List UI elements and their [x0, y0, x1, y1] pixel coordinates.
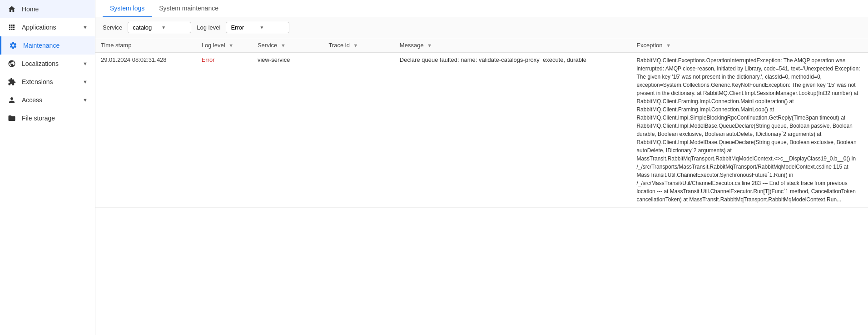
- sidebar-item-maintenance-label: Maintenance: [23, 42, 60, 49]
- sidebar-item-applications-label: Applications: [22, 24, 56, 31]
- service-filter-label: Service: [103, 24, 122, 31]
- gear-icon: [9, 41, 18, 50]
- logs-table-container: Time stamp Log level ▼ Service ▼ Trace i…: [95, 38, 868, 335]
- localizations-chevron-icon: ▼: [83, 61, 88, 66]
- sidebar: Home Applications ▼ Maintenance Localiza…: [0, 0, 95, 335]
- sidebar-item-applications[interactable]: Applications ▼: [0, 18, 95, 36]
- sidebar-item-localizations-label: Localizations: [22, 60, 59, 67]
- main-content: System logs System maintenance Service c…: [95, 0, 868, 335]
- puzzle-icon: [7, 77, 16, 86]
- sidebar-item-extensions[interactable]: Extensions ▼: [0, 73, 95, 91]
- message-col-filter-icon[interactable]: ▼: [427, 43, 432, 48]
- cell-exception: RabbitMQ.Client.Exceptions.OperationInte…: [631, 53, 868, 208]
- apps-icon: [7, 23, 16, 32]
- sidebar-item-home[interactable]: Home: [0, 0, 95, 18]
- exception-col-filter-icon[interactable]: ▼: [666, 43, 671, 48]
- sidebar-item-access-label: Access: [22, 96, 42, 104]
- cell-loglevel: Error: [196, 53, 252, 208]
- extensions-chevron-icon: ▼: [83, 79, 88, 85]
- sidebar-item-localizations[interactable]: Localizations ▼: [0, 55, 95, 73]
- service-filter-value: catalog: [133, 24, 158, 31]
- cell-timestamp: 29.01.2024 08:02:31.428: [95, 53, 196, 208]
- applications-chevron-icon: ▼: [83, 25, 88, 30]
- loglevel-filter-label: Log level: [197, 24, 220, 31]
- cell-traceid: [323, 53, 394, 208]
- sidebar-item-home-label: Home: [22, 5, 39, 13]
- home-icon: [7, 5, 16, 14]
- sidebar-item-extensions-label: Extensions: [22, 78, 53, 85]
- table-row: 29.01.2024 08:02:31.428Errorview-service…: [95, 53, 868, 208]
- cell-message: Declare queue faulted: name: validate-ca…: [394, 53, 631, 208]
- sidebar-item-file-storage-label: File storage: [22, 115, 55, 122]
- globe-icon: [7, 59, 16, 68]
- service-filter-select[interactable]: catalog ▼: [128, 22, 191, 33]
- traceid-col-filter-icon[interactable]: ▼: [353, 43, 358, 48]
- sidebar-item-maintenance[interactable]: Maintenance: [0, 36, 95, 55]
- tabs-bar: System logs System maintenance: [95, 0, 868, 17]
- col-exception: Exception ▼: [631, 38, 868, 53]
- access-chevron-icon: ▼: [83, 97, 88, 103]
- sidebar-item-access[interactable]: Access ▼: [0, 91, 95, 109]
- col-message: Message ▼: [394, 38, 631, 53]
- service-filter-chevron-icon: ▼: [161, 25, 186, 30]
- col-service: Service ▼: [252, 38, 323, 53]
- col-loglevel: Log level ▼: [196, 38, 252, 53]
- col-timestamp: Time stamp: [95, 38, 196, 53]
- folder-icon: [7, 114, 16, 123]
- logs-table: Time stamp Log level ▼ Service ▼ Trace i…: [95, 38, 868, 208]
- service-col-filter-icon[interactable]: ▼: [281, 43, 286, 48]
- loglevel-filter-chevron-icon: ▼: [259, 25, 284, 30]
- loglevel-col-filter-icon[interactable]: ▼: [228, 43, 233, 48]
- cell-service: view-service: [252, 53, 323, 208]
- tab-system-logs[interactable]: System logs: [103, 0, 152, 17]
- sidebar-item-file-storage[interactable]: File storage: [0, 109, 95, 127]
- person-icon: [7, 95, 16, 105]
- tab-system-maintenance[interactable]: System maintenance: [152, 0, 226, 17]
- loglevel-filter-value: Error: [231, 24, 256, 31]
- filters-bar: Service catalog ▼ Log level Error ▼: [95, 17, 868, 38]
- loglevel-filter-select[interactable]: Error ▼: [226, 22, 289, 33]
- col-traceid: Trace id ▼: [323, 38, 394, 53]
